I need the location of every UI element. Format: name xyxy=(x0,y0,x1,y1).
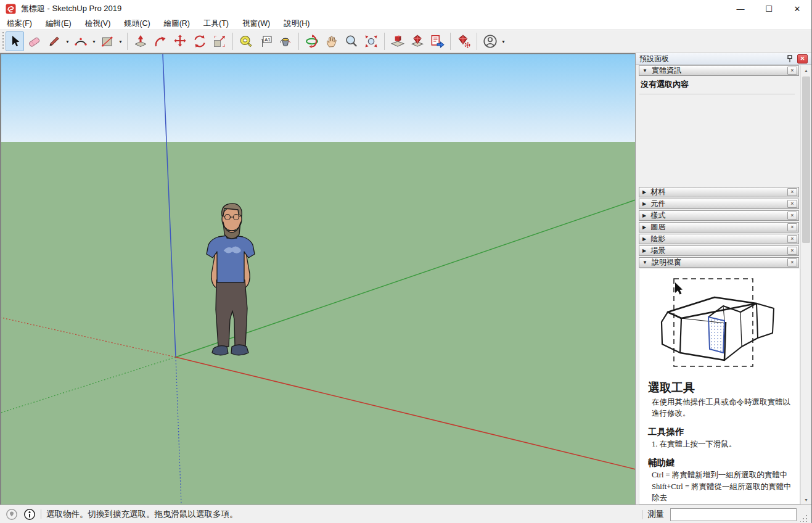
section-label: 場景 xyxy=(650,245,665,256)
section-materials[interactable]: ▶ 材料 × xyxy=(639,187,799,197)
measurements-input[interactable] xyxy=(670,508,797,521)
menu-help[interactable]: 說明(H) xyxy=(277,17,316,30)
section-close-button[interactable]: × xyxy=(787,67,797,75)
eraser-tool-button[interactable] xyxy=(25,31,44,51)
sky xyxy=(1,54,636,142)
instructor-operation-step: 1. 在實體上按一下滑鼠。 xyxy=(652,439,792,450)
close-button[interactable]: ✕ xyxy=(783,0,811,17)
arc-tool-dropdown[interactable]: ▼ xyxy=(91,31,97,51)
tray-title: 預設面板 xyxy=(639,54,785,64)
section-layers[interactable]: ▶ 圖層 × xyxy=(639,222,799,233)
tape-measure-icon xyxy=(239,34,253,49)
section-label: 陰影 xyxy=(650,234,665,244)
minimize-button[interactable]: — xyxy=(726,0,755,17)
arc-tool-button[interactable] xyxy=(72,31,90,51)
menu-tools[interactable]: 工具(T) xyxy=(197,17,236,30)
main-toolbar: ▼ ▼ ▼ xyxy=(0,30,811,53)
text-tool-button[interactable]: A1 xyxy=(256,31,275,51)
move-tool-button[interactable] xyxy=(171,31,189,51)
pin-icon[interactable] xyxy=(785,54,795,64)
section-close-button[interactable]: × xyxy=(787,258,797,266)
credits-icon[interactable] xyxy=(23,508,36,521)
menu-draw[interactable]: 繪圖(R) xyxy=(157,17,197,30)
rectangle-tool-button[interactable] xyxy=(98,31,117,51)
tape-measure-tool-button[interactable] xyxy=(237,31,255,51)
toolbar-drag-handle[interactable] xyxy=(1,32,5,51)
extension-warehouse-button[interactable] xyxy=(408,31,427,51)
send-to-layout-button[interactable] xyxy=(428,31,446,51)
paint-bucket-tool-button[interactable] xyxy=(276,31,295,51)
modeling-viewport[interactable] xyxy=(0,53,636,504)
rotate-tool-button[interactable] xyxy=(191,31,209,51)
section-close-button[interactable]: × xyxy=(787,223,797,231)
chevron-right-icon: ▶ xyxy=(642,224,646,230)
scroll-down-arrow[interactable]: ▼ xyxy=(801,495,811,504)
push-pull-tool-button[interactable] xyxy=(131,31,150,51)
section-instructor[interactable]: ▼ 說明視窗 × xyxy=(639,257,799,268)
3d-warehouse-button[interactable] xyxy=(388,31,407,51)
instructor-panel: 選取工具 在使用其他操作工具或命令時選取實體以進行修改。 工具操作 1. 在實體… xyxy=(639,269,800,504)
scroll-up-arrow[interactable]: ▲ xyxy=(801,65,811,75)
menu-window[interactable]: 視窗(W) xyxy=(236,17,277,30)
account-person-icon xyxy=(482,33,498,49)
instructor-modifier-line: Ctrl = 將實體新增到一組所選取的實體中 xyxy=(652,469,792,480)
section-label: 圖層 xyxy=(650,222,665,233)
menu-edit[interactable]: 編輯(E) xyxy=(39,17,78,30)
extension-manager-button[interactable] xyxy=(454,31,473,51)
scale-tool-button[interactable] xyxy=(210,31,229,51)
extension-manager-icon xyxy=(456,33,472,49)
menu-view[interactable]: 檢視(V) xyxy=(78,17,118,30)
select-tool-button[interactable] xyxy=(6,31,24,51)
paint-bucket-icon xyxy=(278,34,293,49)
pan-hand-icon xyxy=(324,34,339,49)
menu-camera[interactable]: 鏡頭(C) xyxy=(117,17,157,30)
move-icon xyxy=(173,34,187,49)
geolocation-icon[interactable] xyxy=(6,508,18,521)
menu-file[interactable]: 檔案(F) xyxy=(0,17,39,30)
zoom-tool-button[interactable] xyxy=(342,31,361,51)
maximize-button[interactable]: ☐ xyxy=(755,0,783,17)
rectangle-tool-dropdown[interactable]: ▼ xyxy=(117,31,124,51)
scale-icon xyxy=(212,34,227,49)
section-close-button[interactable]: × xyxy=(787,212,797,220)
account-button[interactable] xyxy=(481,31,499,51)
text-label-icon: A1 xyxy=(258,34,273,49)
rectangle-icon xyxy=(100,34,115,49)
default-tray-panel: 預設面板 ✕ ▼ 實體資訊 × 沒有選取內容 ▶ 材料 × ▶ 元件 × ▶ 樣… xyxy=(636,53,811,504)
follow-me-icon xyxy=(153,34,168,49)
sketchup-logo-icon xyxy=(6,4,16,14)
divider xyxy=(639,94,795,94)
section-close-button[interactable]: × xyxy=(787,200,797,208)
pencil-icon xyxy=(47,34,62,49)
zoom-extents-tool-button[interactable] xyxy=(362,31,380,51)
scrollbar-thumb[interactable] xyxy=(802,76,810,243)
orbit-icon xyxy=(305,34,319,49)
account-dropdown[interactable]: ▼ xyxy=(500,31,507,51)
panel-scrollbar[interactable]: ▲ ▼ xyxy=(800,65,811,504)
follow-me-tool-button[interactable] xyxy=(151,31,170,51)
tray-close-button[interactable]: ✕ xyxy=(797,54,808,64)
tray-header[interactable]: 預設面板 ✕ xyxy=(636,53,811,65)
section-shadows[interactable]: ▶ 陰影 × xyxy=(639,234,799,244)
chevron-right-icon: ▶ xyxy=(642,189,646,195)
title-bar: 無標題 - SketchUp Pro 2019 — ☐ ✕ xyxy=(0,0,811,17)
resize-grip[interactable] xyxy=(800,514,808,522)
zoom-extents-icon xyxy=(364,34,379,49)
section-close-button[interactable]: × xyxy=(787,247,797,255)
line-tool-dropdown[interactable]: ▼ xyxy=(64,31,71,51)
section-close-button[interactable]: × xyxy=(787,235,797,243)
section-components[interactable]: ▶ 元件 × xyxy=(639,199,799,209)
chevron-right-icon: ▶ xyxy=(642,201,646,207)
pan-tool-button[interactable] xyxy=(322,31,341,51)
cursor-arrow-icon xyxy=(675,282,683,295)
select-cursor-icon xyxy=(7,34,22,49)
orbit-tool-button[interactable] xyxy=(303,31,321,51)
section-close-button[interactable]: × xyxy=(787,188,797,196)
menu-bar: 檔案(F) 編輯(E) 檢視(V) 鏡頭(C) 繪圖(R) 工具(T) 視窗(W… xyxy=(0,17,811,30)
section-scenes[interactable]: ▶ 場景 × xyxy=(639,245,799,256)
3d-warehouse-icon xyxy=(390,33,406,49)
toolbar-separator xyxy=(298,33,299,50)
line-tool-button[interactable] xyxy=(45,31,64,51)
section-styles[interactable]: ▶ 樣式 × xyxy=(639,210,799,221)
section-entity-info[interactable]: ▼ 實體資訊 × xyxy=(639,65,799,76)
